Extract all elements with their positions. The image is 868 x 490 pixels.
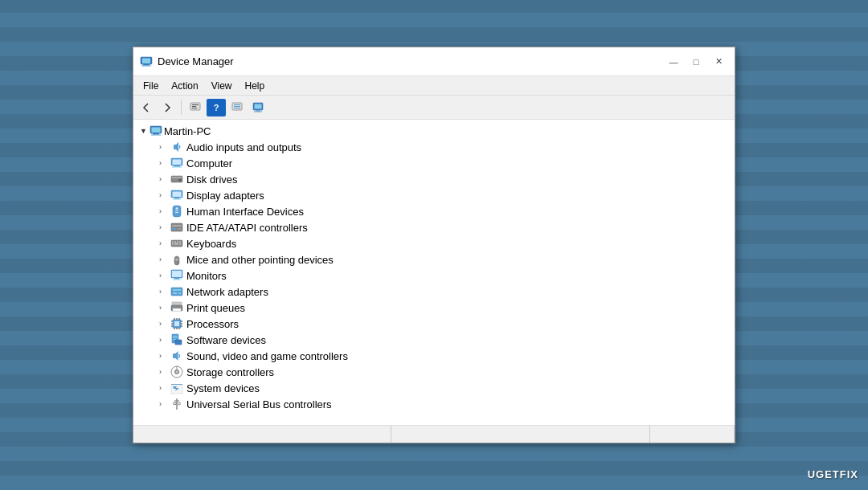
svg-rect-44	[172, 243, 174, 245]
toolbar-back[interactable]	[137, 99, 156, 116]
list-item[interactable]: › Disk drives	[133, 171, 735, 187]
system-icon	[170, 382, 183, 394]
item-label: Print queues	[186, 302, 245, 314]
toolbar-help-btn[interactable]: ?	[207, 99, 226, 116]
list-item[interactable]: › Mice and other pointing devices	[133, 251, 735, 267]
svg-rect-34	[175, 212, 178, 213]
svg-rect-54	[173, 289, 181, 291]
item-label: Disk drives	[186, 174, 238, 186]
svg-rect-11	[234, 108, 240, 108]
list-item[interactable]: › IDE ATA/ATAPI controllers	[133, 219, 735, 235]
svg-rect-15	[254, 111, 262, 112]
svg-rect-21	[173, 160, 182, 165]
toolbar-scan[interactable]	[227, 99, 247, 116]
item-chevron: ›	[159, 288, 167, 296]
disk-icon	[170, 173, 183, 186]
title-bar: Device Manager — □ ✕	[133, 47, 735, 76]
device-manager-window: Device Manager — □ ✕ File Action View He…	[133, 47, 735, 443]
list-item[interactable]: › Sound, video and game controllers	[133, 348, 735, 364]
svg-rect-10	[234, 106, 240, 107]
tree-root-label: Martin-PC	[164, 125, 211, 137]
svg-rect-56	[178, 292, 181, 294]
toolbar-forward[interactable]	[158, 99, 177, 116]
window-icon	[140, 55, 153, 68]
list-item[interactable]: › Monitors	[133, 267, 735, 284]
svg-rect-87	[174, 402, 176, 405]
svg-rect-43	[179, 242, 181, 243]
svg-rect-33	[175, 210, 178, 211]
list-item[interactable]: › Print queues	[133, 300, 735, 316]
toolbar-monitor[interactable]	[248, 99, 268, 116]
computer-icon	[149, 125, 162, 137]
list-item[interactable]: › Display adapters	[133, 187, 735, 203]
device-tree: ▼ Martin-PC › Audio inputs and outputs ›	[133, 120, 735, 425]
list-item[interactable]: › System devices	[133, 380, 735, 396]
minimize-button[interactable]: —	[664, 54, 683, 70]
menu-view[interactable]: View	[205, 79, 239, 93]
svg-rect-38	[178, 228, 181, 230]
audio-icon	[170, 141, 183, 153]
sound-icon	[170, 349, 183, 362]
display-icon	[170, 189, 183, 202]
svg-rect-77	[173, 337, 178, 338]
ide-icon	[170, 221, 183, 234]
svg-rect-3	[141, 65, 151, 66]
svg-rect-35	[171, 223, 182, 231]
svg-rect-14	[256, 110, 260, 111]
svg-rect-36	[172, 225, 182, 227]
item-label: System devices	[186, 382, 260, 394]
watermark: UGETFIX	[808, 468, 858, 480]
svg-rect-22	[174, 165, 180, 167]
menu-help[interactable]: Help	[239, 79, 272, 93]
svg-rect-46	[179, 243, 181, 245]
svg-rect-62	[174, 321, 179, 326]
item-chevron: ›	[159, 400, 167, 408]
menu-file[interactable]: File	[137, 79, 165, 93]
menu-bar: File Action View Help	[133, 76, 735, 96]
item-chevron: ›	[159, 175, 167, 183]
item-label: Audio inputs and outputs	[186, 141, 301, 153]
maximize-button[interactable]: □	[686, 54, 706, 70]
printer-icon	[170, 301, 183, 314]
list-item[interactable]: › Storage controllers	[133, 364, 735, 380]
list-item[interactable]: › Audio inputs and outputs	[133, 139, 735, 155]
item-label: Keyboards	[186, 238, 236, 250]
status-bar	[133, 425, 735, 443]
svg-rect-79	[175, 340, 182, 345]
svg-rect-6	[192, 106, 196, 107]
list-item[interactable]: › Processors	[133, 316, 735, 332]
svg-rect-25	[172, 177, 182, 178]
hid-icon	[170, 205, 183, 218]
toolbar-properties[interactable]	[186, 99, 205, 116]
tree-root-item[interactable]: ▼ Martin-PC	[133, 123, 735, 139]
svg-rect-28	[173, 192, 182, 198]
list-item[interactable]: › Keyboards	[133, 235, 735, 251]
item-chevron: ›	[159, 352, 167, 360]
item-chevron: ›	[159, 384, 167, 392]
item-chevron: ›	[159, 255, 167, 263]
svg-point-82	[176, 371, 178, 374]
svg-rect-23	[172, 167, 182, 168]
svg-rect-57	[172, 302, 182, 305]
item-chevron: ›	[159, 143, 167, 151]
svg-rect-45	[174, 243, 178, 245]
title-bar-left: Device Manager	[140, 55, 234, 68]
list-item[interactable]: › Computer	[133, 155, 735, 171]
list-item[interactable]: › Network adapters	[133, 284, 735, 300]
item-label: Human Interface Devices	[186, 206, 304, 218]
list-item[interactable]: › Human Interface Devices	[133, 203, 735, 219]
svg-rect-50	[172, 271, 182, 277]
svg-rect-18	[153, 133, 159, 135]
menu-action[interactable]: Action	[165, 79, 204, 93]
processor-icon	[170, 317, 183, 330]
item-chevron: ›	[159, 159, 167, 167]
svg-rect-37	[172, 228, 176, 230]
list-item[interactable]: › Universal Serial Bus controllers	[133, 396, 735, 412]
list-item[interactable]: › Software devices	[133, 332, 735, 348]
svg-rect-52	[173, 280, 181, 280]
root-chevron-down: ▼	[140, 127, 148, 135]
item-label: Universal Serial Bus controllers	[186, 398, 332, 410]
close-button[interactable]: ✕	[709, 54, 728, 70]
svg-rect-19	[151, 135, 161, 136]
item-label: Software devices	[186, 334, 266, 346]
